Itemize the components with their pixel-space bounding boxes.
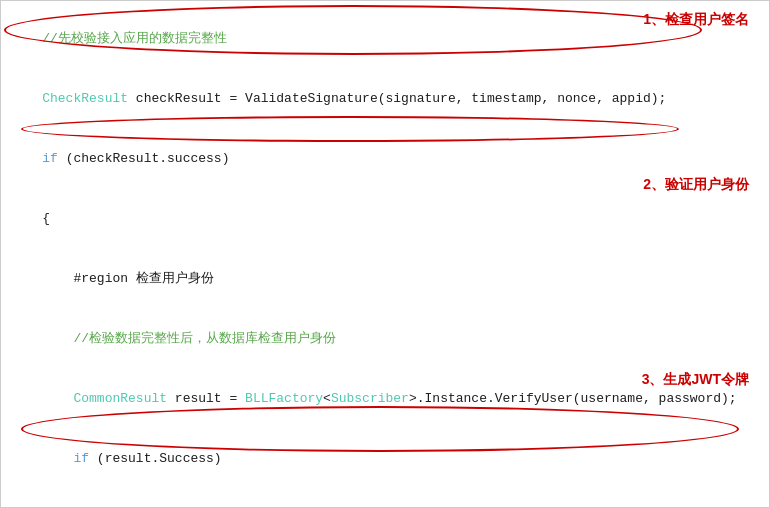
step3-annotation: 3、生成JWT令牌	[642, 371, 749, 389]
code-line-9: {	[11, 489, 759, 508]
step2-annotation: 2、验证用户身份	[643, 176, 749, 194]
code-line-4: {	[11, 189, 759, 249]
code-line-5: #region 检查用户身份	[11, 249, 759, 309]
step1-annotation: 1、检查用户签名	[643, 11, 749, 29]
code-line-8: if (result.Success)	[11, 429, 759, 489]
code-line-6: //检验数据完整性后，从数据库检查用户身份	[11, 309, 759, 369]
code-line-2: CheckResult checkResult = ValidateSignat…	[11, 69, 759, 129]
code-container: 1、检查用户签名 2、验证用户身份 3、生成JWT令牌 //先校验接入应用的数据…	[0, 0, 770, 508]
